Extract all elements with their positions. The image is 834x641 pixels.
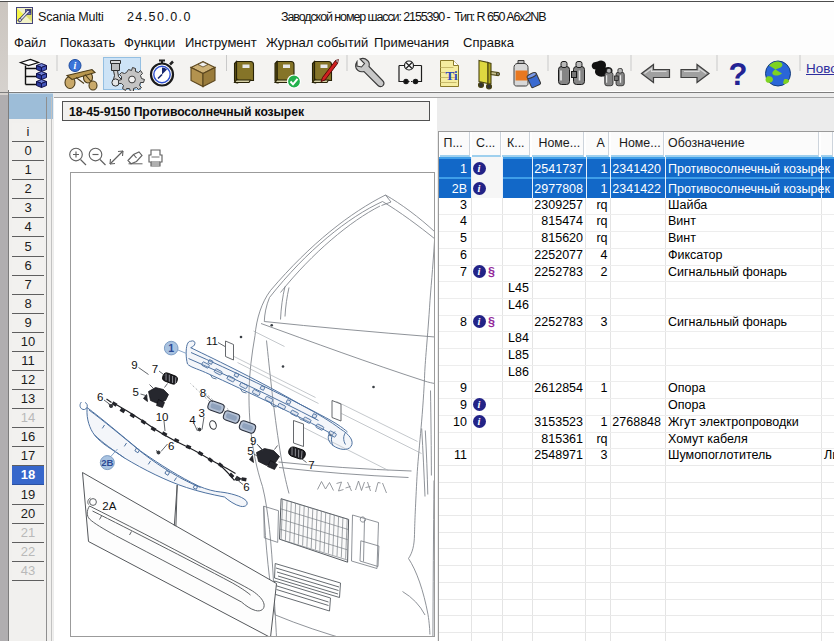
svg-text:6: 6 — [243, 481, 249, 493]
svg-text:i: i — [74, 60, 77, 71]
svg-text:8: 8 — [199, 387, 205, 399]
svg-text:10: 10 — [155, 411, 168, 423]
svg-text:11: 11 — [206, 334, 218, 346]
svg-text:6: 6 — [96, 391, 102, 403]
svg-text:2B: 2B — [101, 457, 113, 468]
svg-text:5: 5 — [247, 445, 253, 457]
svg-text:2A: 2A — [102, 500, 116, 512]
svg-text:7: 7 — [308, 459, 314, 471]
svg-text:?: ? — [729, 57, 748, 92]
svg-text:4: 4 — [189, 413, 196, 425]
svg-text:6: 6 — [168, 440, 174, 452]
svg-text:Ti: Ti — [446, 68, 458, 83]
svg-text:9: 9 — [131, 358, 137, 370]
svg-text:1: 1 — [168, 341, 174, 353]
svg-text:7: 7 — [151, 362, 157, 374]
svg-text:5: 5 — [132, 386, 138, 398]
